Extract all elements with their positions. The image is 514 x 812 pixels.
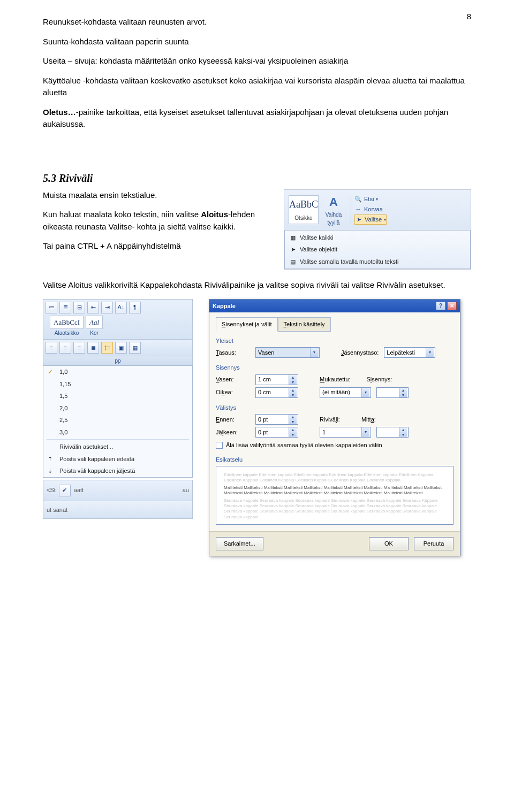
label-linespacing: Riviväli: [320,415,340,424]
tab2-rest: ekstin käsittely [286,321,325,327]
align-center-icon[interactable]: ≡ [59,342,71,354]
label-outline-level: Jäsennystaso: [341,348,379,357]
ls-2-0[interactable]: 2,0 [43,402,192,415]
ok-button[interactable]: OK [369,537,409,550]
borders-icon[interactable]: ▦ [129,342,141,354]
style-label: Otsikko [294,214,312,222]
tab-indent-spacing[interactable]: Sisennykset ja välit [216,317,278,332]
select-all-label: Valitse kaikki [300,233,334,242]
change-style-button[interactable]: A Vaihda tyyliä [322,193,345,227]
select-objects-label: Valitse objektit [300,245,337,254]
replace-button[interactable]: ↔ Korvaa [354,205,387,214]
paragraph-reunukset: Reunukset-kohdasta valitaan reunusten ar… [43,16,471,28]
cursor-icon: ➤ [289,246,297,253]
spelling-panel-fragment2: ut sanat [43,501,193,519]
tab1-rest: isennykset ja välit [225,321,271,327]
style-preview-text: AaBbC [289,197,318,212]
ls-2-5[interactable]: 2,5 [43,414,192,426]
paragraph-muista-maalata: Muista maalata ensin tekstialue. [43,189,276,202]
multilevel-icon[interactable]: ⊟ [73,302,85,313]
after-spin[interactable]: 0 pt ▴▾ [255,427,298,438]
spelling-panel-fragment: <St ✔ aatt au [43,480,193,501]
indent-left-spin[interactable]: 1 cm ▴▾ [255,374,298,385]
paragraph-useita: Useita – sivuja: kohdasta määritetään on… [43,55,471,67]
select-objects-item[interactable]: ➤ Valitse objektit [285,243,470,256]
remove-before-icon: ⇡ [48,455,52,464]
select-similar-label: Valitse samalla tavalla muotoiltu teksti [300,257,398,266]
select-dropdown-menu: ▦ Valitse kaikki ➤ Valitse objektit ▤ Va… [284,231,471,270]
frag4: au [183,486,189,495]
paragraph-kayttoalue: Käyttöalue -kohdasta valitaan koskevatko… [43,75,471,99]
preview-before-text: Edellinen kappale Edellinen kappala Edel… [224,472,445,484]
paragraph-dialog: Kappale ? ✕ Sisennykset ja välit Tekstin… [209,299,460,556]
pilcrow-icon[interactable]: ¶ [129,302,141,313]
quick-style-otsikko[interactable]: AaBbC Otsikko [289,195,319,224]
preview-sample-text: Malliteksti Malliteksti Malliteksti Mall… [224,485,445,496]
spinner-arrows-icon: ▴▾ [399,427,407,437]
tab-line-breaks[interactable]: Tekstin käsittely [278,317,331,332]
label-alignment: Tasaus: [216,348,250,357]
r2-part-a: Kun haluat maalata koko tekstin, niin va… [43,210,201,219]
ls-remove-after-label: Poista väli kappaleen jäljestä [59,466,135,476]
oletus-rest: -painike tarkoittaa, että kyseiset asetu… [43,108,448,129]
frag2: aatt [74,486,84,495]
select-similar-item[interactable]: ▤ Valitse samalla tavalla muotoiltu teks… [285,256,470,268]
change-style-icon: A [329,193,338,211]
before-spin[interactable]: 0 pt ▴▾ [255,414,298,425]
label-at: Mitta: [361,415,376,424]
ls-settings[interactable]: Rivivälin asetukset... [43,441,192,453]
cursor-icon: ➤ [355,216,362,224]
ls-label: 3,0 [59,428,67,437]
linespacing-value: 1 [322,428,326,437]
dialog-titlebar[interactable]: Kappale ? ✕ [209,300,460,313]
bullets-icon[interactable]: ≔ [46,302,57,313]
sort-icon[interactable]: A↓ [115,302,127,313]
remove-after-icon: ⇣ [48,466,52,476]
checkmark-icon: ✓ [48,367,53,377]
decrease-indent-icon[interactable]: ⇤ [87,302,99,313]
increase-indent-icon[interactable]: ⇥ [101,302,113,313]
alignment-combo[interactable]: Vasen▾ [255,347,320,358]
close-button[interactable]: ✕ [447,302,457,310]
help-button[interactable]: ? [436,302,445,310]
chevron-down-icon: ▾ [426,348,434,357]
ls-label: 2,0 [59,404,67,413]
align-right-icon[interactable]: ≡ [73,342,85,354]
numbering-icon[interactable]: ≣ [59,302,71,313]
label-indent-right: Oikea: [216,388,250,397]
label-by: Sisennys: [367,375,392,384]
cancel-button[interactable]: Peruuta [414,537,453,550]
spellcheck-icon[interactable]: ✔ [59,485,71,496]
paragraph-valitse-aloitus: Valitse Aloitus valikkoriviltä Kappaleko… [43,279,471,292]
binoculars-icon: 🔍 [354,196,362,203]
no-space-checkbox[interactable] [216,442,223,449]
special-combo[interactable]: (ei mitään)▾ [320,387,371,398]
ls-3-0[interactable]: 3,0 [43,426,192,439]
select-all-item[interactable]: ▦ Valitse kaikki [285,232,470,244]
tabs-button[interactable]: Sarkaimet... [216,537,263,550]
before-value: 0 pt [258,415,268,424]
ls-remove-before[interactable]: ⇡Poista väli kappaleen edestä [43,453,192,465]
ls-label: 1,15 [59,380,71,389]
ls-1-5[interactable]: 1,5 [43,390,192,402]
ls-1-0[interactable]: ✓1,0 [43,366,192,378]
replace-label: Korvaa [364,205,383,214]
by-spin[interactable]: ▴▾ [376,387,409,398]
style-korostus-preview[interactable]: Aal [86,316,103,330]
linespacing-combo[interactable]: 1▾ [320,427,371,438]
outline-combo[interactable]: Leipäteksti▾ [384,347,435,358]
indent-right-value: 0 cm [258,388,271,397]
align-left-icon[interactable]: ≡ [46,342,57,354]
ls-1-15[interactable]: 1,15 [43,378,192,390]
select-button[interactable]: ➤ Valitse ▾ [354,215,387,225]
shading-icon[interactable]: ▣ [115,342,127,354]
at-spin[interactable]: ▴▾ [376,427,409,438]
page-number: 8 [467,11,471,23]
linespacing-screenshot: ≔ ≣ ⊟ ⇤ ⇥ A↓ ¶ AaBbCcI Alaotsikko Aal Ko… [43,299,193,519]
style-alaotsikko-preview[interactable]: AaBbCcI [50,316,84,330]
ls-remove-after[interactable]: ⇣Poista väli kappaleen jäljestä [43,465,192,477]
line-spacing-button[interactable]: ‡≡ [101,342,113,354]
align-justify-icon[interactable]: ≣ [87,342,99,354]
find-button[interactable]: 🔍 Etsi ▾ [354,195,387,204]
indent-right-spin[interactable]: 0 cm ▴▾ [255,387,298,398]
